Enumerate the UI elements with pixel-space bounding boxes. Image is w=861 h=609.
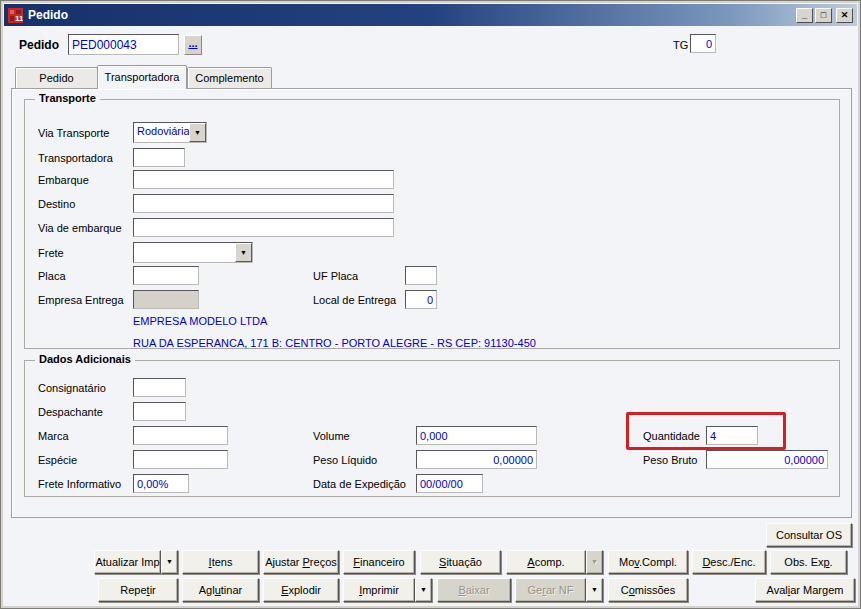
via-transporte-combo[interactable]: Rodoviária ▼ (133, 122, 207, 143)
embarque-label: Embarque (38, 174, 89, 186)
uf-placa-label: UF Placa (313, 270, 358, 282)
via-transporte-label: Via Transporte (38, 127, 109, 139)
placa-input[interactable] (133, 266, 199, 285)
situacao-button[interactable]: Situação (420, 550, 501, 574)
close-button[interactable]: ✕ (836, 8, 853, 23)
tab-transportadora[interactable]: Transportadora (97, 65, 187, 89)
frete-informativo-label: Frete Informativo (38, 478, 121, 490)
transporte-groupbox: Transporte Via Transporte Rodoviária ▼ T… (24, 99, 840, 349)
repetir-button[interactable]: Repetir (98, 578, 178, 602)
chevron-down-icon[interactable]: ▼ (235, 243, 252, 262)
peso-liquido-label: Peso Líquido (313, 454, 377, 466)
frete-combo[interactable]: ▼ (133, 242, 253, 263)
via-embarque-input[interactable] (133, 218, 394, 237)
transportadora-input[interactable] (133, 148, 185, 167)
via-embarque-label: Via de embarque (38, 222, 122, 234)
financeiro-button[interactable]: Financeiro (343, 550, 415, 574)
pedido-header-label: Pedido (19, 38, 59, 52)
frete-label: Frete (38, 247, 64, 259)
acomp-button[interactable]: Acomp. (506, 550, 586, 574)
maximize-button[interactable]: □ (815, 8, 832, 23)
tab-complemento[interactable]: Complemento (187, 67, 272, 89)
especie-input[interactable] (133, 450, 228, 469)
data-expedicao-input[interactable] (416, 474, 483, 493)
marca-input[interactable] (133, 426, 228, 445)
atualizar-imp-dropdown-icon[interactable]: ▼ (161, 550, 178, 574)
marca-label: Marca (38, 430, 69, 442)
explodir-button[interactable]: Explodir (263, 578, 339, 602)
peso-liquido-input[interactable] (416, 450, 537, 469)
placa-label: Placa (38, 270, 66, 282)
mov-compl-button[interactable]: Mov.Compl. (608, 550, 688, 574)
imprimir-dropdown-icon[interactable]: ▼ (415, 578, 432, 602)
desc-enc-button[interactable]: Desc./Enc. (692, 550, 766, 574)
imprimir-button[interactable]: Imprimir (343, 578, 415, 602)
despachante-input[interactable] (133, 402, 186, 421)
peso-bruto-label: Peso Bruto (643, 454, 697, 466)
browse-button[interactable]: ... (184, 35, 202, 55)
minimize-button[interactable]: _ (796, 8, 813, 23)
empresa-entrega-input (133, 290, 199, 309)
data-expedicao-label: Data de Expedição (313, 478, 406, 490)
dados-adicionais-groupbox: Dados Adicionais Consignatário Despachan… (24, 360, 840, 497)
title-bar: 11 Pedido _ □ ✕ (4, 4, 857, 26)
local-entrega-label: Local de Entrega (313, 294, 396, 306)
quantidade-input[interactable] (706, 426, 758, 445)
app-icon: 11 (8, 8, 23, 23)
especie-label: Espécie (38, 454, 77, 466)
tab-pedido[interactable]: Pedido (15, 67, 98, 89)
avaliar-margem-button[interactable]: Avaliar Margem (755, 578, 855, 602)
svg-text:11: 11 (15, 14, 23, 23)
consignatario-input[interactable] (133, 378, 186, 397)
transportadora-panel: Transporte Via Transporte Rodoviária ▼ T… (11, 88, 852, 518)
tg-input[interactable] (690, 34, 716, 53)
aglutinar-button[interactable]: Aglutinar (182, 578, 259, 602)
pedido-window: 11 Pedido _ □ ✕ Pedido ... TG Pedido Tra… (0, 0, 861, 609)
itens-button[interactable]: Itens (182, 550, 259, 574)
gerar-nf-dropdown-icon[interactable]: ▼ (586, 578, 603, 602)
consultar-os-button[interactable]: Consultar OS (766, 523, 852, 547)
transportadora-label: Transportadora (38, 152, 113, 164)
via-transporte-value: Rodoviária (134, 123, 189, 142)
peso-bruto-input[interactable] (706, 450, 828, 469)
transporte-group-title: Transporte (35, 92, 100, 104)
empresa-endereco-text: RUA DA ESPERANCA, 171 B: CENTRO - PORTO … (133, 337, 536, 349)
local-entrega-input[interactable] (405, 290, 437, 309)
tg-label: TG (673, 39, 688, 51)
consignatario-label: Consignatário (38, 382, 106, 394)
empresa-nome-text: EMPRESA MODELO LTDA (133, 315, 267, 327)
despachante-label: Despachante (38, 406, 103, 418)
pedido-number-input[interactable] (68, 34, 179, 55)
empresa-entrega-label: Empresa Entrega (38, 294, 124, 306)
frete-informativo-input[interactable] (133, 474, 189, 493)
obs-exp-button[interactable]: Obs. Exp. (770, 550, 847, 574)
ajustar-precos-button[interactable]: Ajustar Preços (263, 550, 339, 574)
comissoes-button[interactable]: Comissões (608, 578, 688, 602)
window-title: Pedido (28, 8, 794, 22)
volume-input[interactable] (416, 426, 537, 445)
destino-input[interactable] (133, 194, 394, 213)
baixar-button: Baixar (437, 578, 511, 602)
atualizar-imp-button[interactable]: Atualizar Imp (94, 550, 161, 574)
uf-placa-input[interactable] (405, 266, 437, 285)
volume-label: Volume (313, 430, 350, 442)
gerar-nf-button: Gerar NF (515, 578, 586, 602)
frete-value (134, 243, 235, 262)
acomp-dropdown-icon: ▼ (586, 550, 603, 574)
chevron-down-icon[interactable]: ▼ (189, 123, 206, 142)
destino-label: Destino (38, 198, 75, 210)
embarque-input[interactable] (133, 170, 394, 189)
quantidade-label: Quantidade (643, 430, 700, 442)
dados-adicionais-group-title: Dados Adicionais (35, 353, 135, 365)
